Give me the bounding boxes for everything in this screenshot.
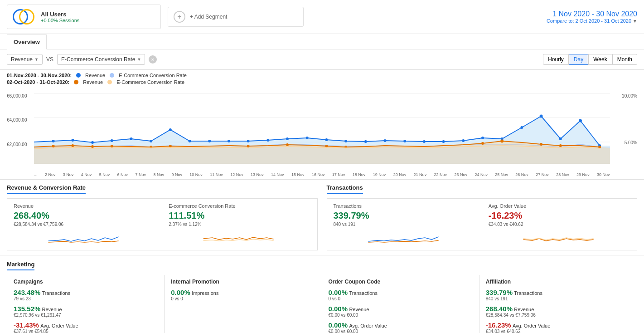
revenue-sub: €28,584.34 vs €7,759.06 [14,222,155,227]
svg-point-45 [540,143,542,146]
main-chart: €6,000.00 €4,000.00 €2,000.00 10.00% 5.0… [0,89,644,180]
avg-order-sparkline [489,230,630,245]
campaigns-desc-2: Avg. Order Value [40,323,78,328]
svg-point-47 [598,146,601,148]
svg-point-16 [286,137,289,140]
metric2-dropdown[interactable]: E-Commerce Conversion Rate ▼ [57,54,145,65]
internal-promo-title: Internal Promotion [171,279,315,285]
coupon-metric-0: 0.00% Transactions 0 vs 0 [329,289,473,301]
time-hourly-button[interactable]: Hourly [543,54,569,65]
metric2-label: E-Commerce Conversion Rate [61,56,135,63]
internal-promo-metric-0: 0.00% Impressions 0 vs 0 [171,289,315,301]
svg-point-17 [306,137,309,139]
svg-point-14 [247,140,250,142]
svg-point-40 [286,143,289,146]
internal-promo-desc-0: Impressions [192,290,218,296]
conversion-sparkline [169,230,310,245]
revenue-sparkline [14,230,155,245]
vs-label: VS [46,56,53,63]
coupon-value-0: 0.00% [329,289,348,296]
conversion-metric-card: E-commerce Conversion Rate 111.51% 2.37%… [162,199,317,250]
time-week-button[interactable]: Week [588,54,612,65]
campaigns-metric-1: 135.52% Revenue €2,970.96 vs €1,261.47 [14,305,158,318]
svg-point-30 [559,137,562,140]
campaigns-title: Campaigns [14,279,158,285]
revenue-value: 268.40% [14,211,155,221]
chart-legend: 01-Nov-2020 - 30-Nov-2020: Revenue E-Com… [0,70,644,89]
campaigns-desc-1: Revenue [42,307,62,312]
affiliation-value-0: 339.79% [486,289,513,296]
svg-point-23 [423,140,426,143]
marketing-grid: Campaigns 243.48% Transactions 79 vs 23 … [7,275,637,333]
revenue-metric-card: Revenue 268.40% €28,584.34 vs €7,759.06 [7,199,162,250]
revenue-label: Revenue [14,203,155,209]
affiliation-desc-1: Revenue [514,307,534,312]
conv-dot-2 [107,80,112,84]
revenue-section: Revenue & Conversion Rate Revenue 268.40… [7,184,318,250]
svg-point-9 [150,140,152,142]
affiliation-sub-0: 840 vs 191 [486,296,630,301]
svg-point-10 [169,128,172,131]
campaigns-sub-2: €37.61 vs €54.85 [14,329,158,333]
add-circle-icon: + [174,11,185,23]
svg-point-43 [481,142,484,145]
coupon-desc-2: Avg. Order Value [349,323,387,328]
transactions-metric-card: Transactions 339.79% 840 vs 191 [327,199,482,250]
tab-overview[interactable]: Overview [7,34,47,49]
svg-point-15 [266,139,269,142]
campaigns-metric-2: -31.43% Avg. Order Value €37.61 vs €54.8… [14,321,158,333]
svg-point-36 [111,145,113,147]
revenue-dot-1 [76,73,81,78]
legend-line1: 01-Nov-2020 - 30-Nov-2020: Revenue E-Com… [7,73,637,78]
svg-point-13 [228,140,230,142]
svg-point-34 [71,144,74,147]
remove-metric2-button[interactable]: ✕ [149,55,157,64]
metric2-arrow: ▼ [137,57,141,62]
internal-promo-value-0: 0.00% [171,289,190,296]
affiliation-desc-0: Transactions [514,290,542,296]
tabs-row: Overview [0,34,644,49]
all-users-segment[interactable]: All Users +0.00% Sessions [7,5,161,29]
coupon-sub-1: €0.00 vs €0.00 [329,313,473,318]
avg-order-value: -16.23% [489,211,630,221]
conversion-sub: 2.37% vs 1.12% [169,222,310,227]
chart-y-right: 10.00% 5.00% [622,93,637,166]
affiliation-desc-2: Avg. Order Value [513,323,550,328]
svg-point-41 [325,145,328,147]
campaigns-desc-0: Transactions [42,290,71,296]
segment-info: All Users +0.00% Sessions [41,11,79,23]
chart-y-left: €6,000.00 €4,000.00 €2,000.00 [7,93,27,166]
date-range: 1 Nov 2020 - 30 Nov 2020 Compare to: 2 O… [547,10,637,24]
campaigns-sub-1: €2,970.96 vs €1,261.47 [14,313,158,318]
header: All Users +0.00% Sessions + + Add Segmen… [0,0,644,34]
campaigns-sub-0: 79 vs 23 [14,296,158,301]
time-day-button[interactable]: Day [569,54,588,65]
time-month-button[interactable]: Month [612,54,637,65]
svg-point-5 [71,139,74,142]
affiliation-metric-1: 268.40% Revenue €28,584.34 vs €7,759.06 [486,305,630,318]
affiliation-col: Affiliation 339.79% Transactions 840 vs … [479,275,637,333]
metric1-arrow: ▼ [34,57,39,62]
coupon-col: Order Coupon Code 0.00% Transactions 0 v… [322,275,479,333]
conv-dot-1 [110,73,114,78]
metrics-sections: Revenue & Conversion Rate Revenue 268.40… [0,180,644,255]
campaigns-value-1: 135.52% [14,305,40,313]
transactions-sub: 840 vs 191 [334,222,475,227]
avg-order-label: Avg. Order Value [489,203,630,209]
metric1-dropdown[interactable]: Revenue ▼ [7,54,43,65]
internal-promo-sub-0: 0 vs 0 [171,296,315,301]
svg-point-28 [520,126,523,129]
campaigns-value-0: 243.48% [14,289,40,296]
svg-point-18 [325,138,328,141]
add-segment-button[interactable]: + + Add Segment [168,7,304,27]
coupon-desc-1: Revenue [349,307,369,312]
chart-svg [34,93,610,166]
revenue-section-title: Revenue & Conversion Rate [7,184,86,194]
affiliation-value-1: 268.40% [486,305,513,313]
revenue-metrics-grid: Revenue 268.40% €28,584.34 vs €7,759.06 … [7,198,318,250]
coupon-metric-1: 0.00% Revenue €0.00 vs €0.00 [329,305,473,318]
affiliation-title: Affiliation [486,279,630,285]
svg-point-25 [462,139,465,142]
conversion-value: 111.51% [169,211,310,221]
avg-order-metric-card: Avg. Order Value -16.23% €34.03 vs €40.6… [482,199,637,250]
